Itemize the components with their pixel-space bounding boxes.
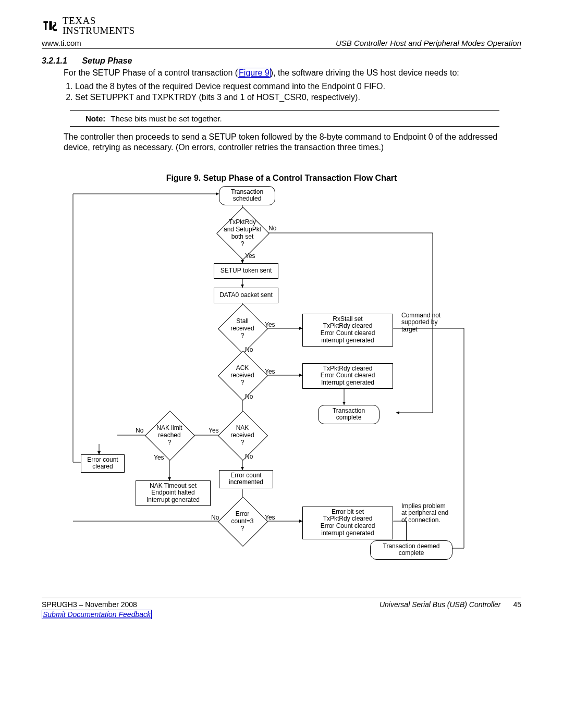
d6-yes: Yes [265,514,275,522]
step-2: Set SETUPPKT and TXPKTRDY (bits 3 and 1 … [75,92,521,103]
node-d1: TxPktRdyand SetupPktboth set? [224,215,261,251]
footer-title: Universal Serial Bus (USB) Controller [380,600,501,609]
d5-no: No [136,427,143,435]
node-d2-label: Stallreceived? [222,317,263,339]
doc-section-title: USB Controller Host and Peripheral Modes… [336,39,521,47]
note-block: Note: These bits must be set together. [70,110,499,127]
node-errbit: Error bit setTxPktRdy clearedError Count… [302,507,393,539]
side-cmd-not-supported: Command notsupported bytarget [401,312,464,334]
node-start: Transactionscheduled [219,186,275,206]
logo-text-line1: TEXAS [63,16,135,26]
logo-text-line2: INSTRUMENTS [63,26,135,35]
d1-yes: Yes [245,253,255,260]
after-note-paragraph: The controller then proceeds to send a S… [64,132,521,153]
node-d5: NAK limitreached? [152,418,187,452]
d5-yes: Yes [154,454,164,462]
note-text: These bits must be set together. [111,114,222,123]
d2-no: No [245,347,253,354]
step-1: Load the 8 bytes of the required Device … [75,81,521,92]
node-setup-token: SETUP token sent [214,263,278,279]
d6-no: No [211,514,219,522]
node-data0: DATA0 oacket sent [214,288,278,303]
footer-docid: SPRUGH3 – November 2008 [42,600,137,609]
node-trans-complete: Transactioncomplete [318,405,380,425]
footer: SPRUGH3 – November 2008 Universal Serial… [42,598,521,609]
intro-b: ), the software driving the US host devi… [271,68,459,77]
side-implies-problem: Implies problemat peripheral endof conne… [401,503,474,524]
node-d4-label: NAKreceived? [222,424,263,446]
node-deemed-complete: Transaction deemedcomplete [370,540,452,560]
node-rxstall: RxStall setTxPktRdy clearedError Count c… [302,314,393,347]
section-number: 3.2.1.1 [42,56,67,65]
d4-no: No [245,453,253,461]
node-d4: NAKreceived? [225,418,260,452]
ti-logo: TEXAS INSTRUMENTS [42,16,521,35]
d1-no: No [268,225,276,232]
figure-caption: Figure 9. Setup Phase of a Control Trans… [42,174,521,183]
section-heading: 3.2.1.1 Setup Phase [42,56,521,66]
node-ack-box: TxPktRdy clearedError Count clearedInter… [302,363,393,389]
header-rule: www.ti.com USB Controller Host and Perip… [42,39,521,49]
node-d6-label: Errorcount=3? [222,510,263,532]
node-errclr: Error countcleared [81,454,125,473]
intro-a: For the SETUP Phase of a control transac… [64,68,238,77]
node-d3-label: ACKreceived? [222,364,263,386]
submit-feedback-link[interactable]: Submit Documentation Feedback [42,610,152,619]
figure-link[interactable]: Figure 9 [238,68,271,78]
note-label: Note: [85,114,105,123]
d4-yes: Yes [209,427,219,435]
node-d1-label: TxPktRdyand SetupPktboth set? [221,218,264,248]
steps-list: Load the 8 bytes of the required Device … [64,81,521,103]
node-d2: Stallreceived? [225,311,260,346]
node-naktimeout: NAK Timeout setEndpoint haltedInterrupt … [136,480,211,506]
node-d3: ACKreceived? [225,358,260,392]
node-d6: Errorcount=3? [225,504,260,538]
flowchart: Transactionscheduled TxPktRdyand SetupPk… [68,186,495,587]
node-errinc: Error countincremented [219,470,273,489]
d3-yes: Yes [265,368,275,376]
intro-paragraph: For the SETUP Phase of a control transac… [64,68,521,78]
d3-no: No [245,393,253,401]
page-number: 45 [513,600,521,609]
section-title: Setup Phase [82,56,132,65]
site-url[interactable]: www.ti.com [42,39,81,47]
ti-logo-icon [42,17,59,34]
node-d5-label: NAK limitreached? [149,424,190,446]
d2-yes: Yes [265,322,275,329]
